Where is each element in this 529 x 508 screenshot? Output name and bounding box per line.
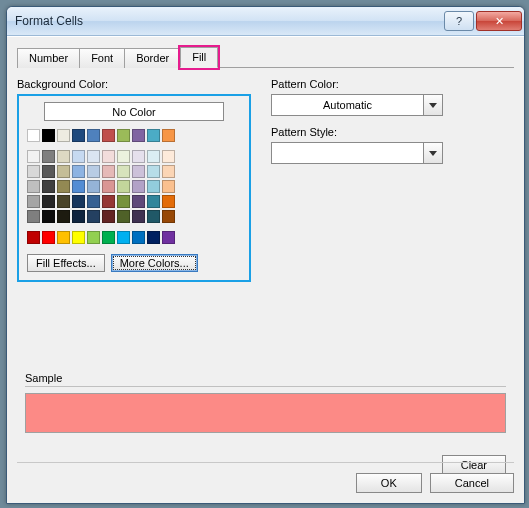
- color-swatch[interactable]: [42, 180, 55, 193]
- pattern-color-label: Pattern Color:: [271, 78, 514, 90]
- tab-fill[interactable]: Fill: [180, 47, 218, 68]
- close-icon: ✕: [495, 15, 504, 28]
- color-swatch[interactable]: [147, 210, 160, 223]
- color-swatch[interactable]: [42, 231, 55, 244]
- close-button[interactable]: ✕: [476, 11, 522, 31]
- help-icon: ?: [456, 15, 462, 27]
- color-swatch[interactable]: [72, 180, 85, 193]
- color-swatch[interactable]: [42, 129, 55, 142]
- color-swatch[interactable]: [57, 165, 70, 178]
- pattern-style-combo[interactable]: [271, 142, 443, 164]
- color-swatch[interactable]: [57, 210, 70, 223]
- chevron-down-icon[interactable]: [423, 143, 442, 163]
- color-swatch[interactable]: [102, 165, 115, 178]
- color-swatch[interactable]: [42, 195, 55, 208]
- color-swatch[interactable]: [162, 129, 175, 142]
- color-swatch[interactable]: [57, 231, 70, 244]
- color-swatch[interactable]: [27, 210, 40, 223]
- titlebar[interactable]: Format Cells ? ✕: [7, 7, 524, 36]
- color-swatch[interactable]: [27, 129, 40, 142]
- color-swatch[interactable]: [102, 231, 115, 244]
- color-swatch[interactable]: [147, 180, 160, 193]
- color-swatch[interactable]: [117, 129, 130, 142]
- sample-section: Sample: [25, 372, 506, 433]
- color-swatch[interactable]: [27, 180, 40, 193]
- color-swatch[interactable]: [87, 165, 100, 178]
- sample-label: Sample: [25, 372, 506, 384]
- color-swatch[interactable]: [57, 195, 70, 208]
- color-swatch[interactable]: [27, 165, 40, 178]
- color-swatch[interactable]: [42, 150, 55, 163]
- no-color-button[interactable]: No Color: [44, 102, 224, 121]
- color-swatch[interactable]: [162, 210, 175, 223]
- more-colors-button[interactable]: More Colors...: [111, 254, 198, 272]
- color-swatch[interactable]: [42, 210, 55, 223]
- color-swatch[interactable]: [72, 129, 85, 142]
- color-swatch[interactable]: [102, 129, 115, 142]
- pattern-style-value: [272, 143, 423, 163]
- color-swatch[interactable]: [72, 165, 85, 178]
- color-swatch[interactable]: [102, 195, 115, 208]
- color-swatch[interactable]: [87, 231, 100, 244]
- tab-border[interactable]: Border: [124, 48, 181, 68]
- format-cells-dialog: Format Cells ? ✕ Number Font Border Fill…: [6, 6, 525, 504]
- pattern-color-combo[interactable]: Automatic: [271, 94, 443, 116]
- color-swatch[interactable]: [132, 231, 145, 244]
- color-swatch[interactable]: [87, 210, 100, 223]
- color-swatch[interactable]: [132, 210, 145, 223]
- help-button[interactable]: ?: [444, 11, 474, 31]
- color-swatch[interactable]: [132, 150, 145, 163]
- color-swatch[interactable]: [162, 165, 175, 178]
- tab-number[interactable]: Number: [17, 48, 80, 68]
- color-swatch[interactable]: [162, 180, 175, 193]
- color-swatch[interactable]: [147, 231, 160, 244]
- fill-effects-button[interactable]: Fill Effects...: [27, 254, 105, 272]
- color-swatch[interactable]: [147, 195, 160, 208]
- color-swatch[interactable]: [72, 150, 85, 163]
- tab-font[interactable]: Font: [79, 48, 125, 68]
- color-swatch[interactable]: [147, 150, 160, 163]
- pattern-style-label: Pattern Style:: [271, 126, 514, 138]
- sample-preview: [25, 393, 506, 433]
- color-swatch[interactable]: [27, 195, 40, 208]
- dialog-body: Number Font Border Fill Background Color…: [7, 36, 524, 503]
- color-swatch[interactable]: [117, 150, 130, 163]
- color-swatch[interactable]: [147, 165, 160, 178]
- color-swatch[interactable]: [57, 180, 70, 193]
- color-swatch[interactable]: [87, 129, 100, 142]
- color-swatch[interactable]: [87, 195, 100, 208]
- color-swatch[interactable]: [147, 129, 160, 142]
- color-swatch[interactable]: [57, 129, 70, 142]
- cancel-button[interactable]: Cancel: [430, 473, 514, 493]
- color-swatch[interactable]: [117, 231, 130, 244]
- color-swatch[interactable]: [102, 150, 115, 163]
- color-swatch[interactable]: [102, 180, 115, 193]
- tabstrip: Number Font Border Fill: [17, 45, 514, 68]
- color-swatch[interactable]: [132, 129, 145, 142]
- ok-button[interactable]: OK: [356, 473, 422, 493]
- color-swatch[interactable]: [117, 210, 130, 223]
- color-swatch[interactable]: [42, 165, 55, 178]
- chevron-down-icon[interactable]: [423, 95, 442, 115]
- color-swatch[interactable]: [162, 231, 175, 244]
- pattern-color-value: Automatic: [272, 95, 423, 115]
- color-swatch[interactable]: [117, 165, 130, 178]
- color-swatch[interactable]: [132, 180, 145, 193]
- dialog-footer: OK Cancel: [17, 462, 514, 493]
- color-swatch[interactable]: [27, 150, 40, 163]
- color-swatch[interactable]: [72, 231, 85, 244]
- color-swatch[interactable]: [117, 180, 130, 193]
- color-swatch[interactable]: [57, 150, 70, 163]
- background-color-panel: No Color Fill Effects... More Colors...: [17, 94, 251, 282]
- color-swatch[interactable]: [117, 195, 130, 208]
- color-swatch[interactable]: [162, 195, 175, 208]
- color-swatch[interactable]: [87, 180, 100, 193]
- color-swatch[interactable]: [162, 150, 175, 163]
- color-swatch[interactable]: [102, 210, 115, 223]
- color-swatch[interactable]: [87, 150, 100, 163]
- color-swatch[interactable]: [132, 165, 145, 178]
- color-swatch[interactable]: [27, 231, 40, 244]
- color-swatch[interactable]: [72, 210, 85, 223]
- color-swatch[interactable]: [72, 195, 85, 208]
- color-swatch[interactable]: [132, 195, 145, 208]
